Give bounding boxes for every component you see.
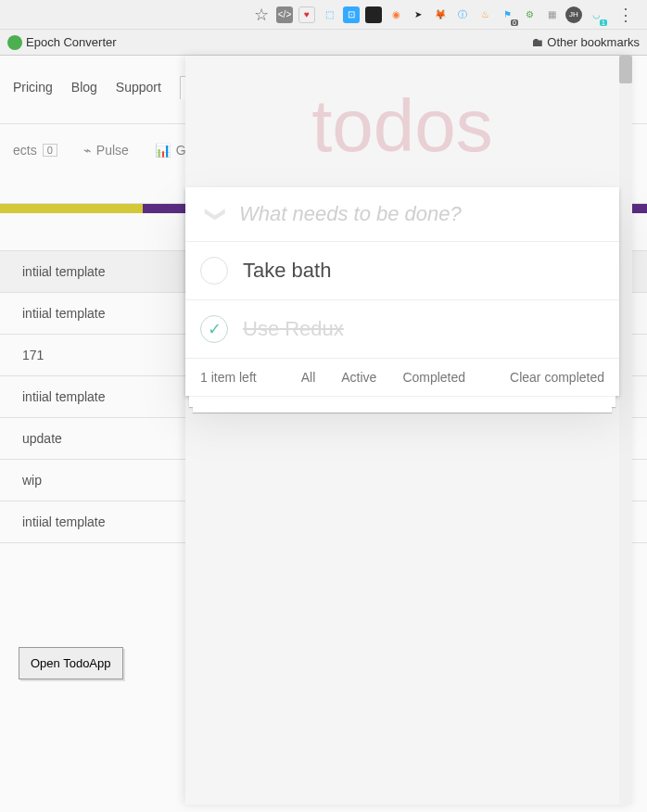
bookmark-item[interactable]: Epoch Converter <box>7 35 117 50</box>
ext-icon[interactable]: ♥ <box>298 6 315 23</box>
scrollbar[interactable] <box>619 56 632 805</box>
ext-icon[interactable]: ⚑0 <box>499 6 515 23</box>
ext-icon[interactable]: 🦊 <box>432 6 449 23</box>
scroll-thumb[interactable] <box>619 56 632 83</box>
other-bookmarks-label: Other bookmarks <box>547 35 640 49</box>
ext-icon[interactable]: ⊡ <box>343 6 360 23</box>
ext-icon[interactable]: ◡1 <box>588 6 604 23</box>
check-icon: ✓ <box>208 319 222 339</box>
todo-item: Take bath <box>185 242 619 300</box>
todo-footer: 1 item left All Active Completed Clear c… <box>185 359 619 396</box>
open-todoapp-button[interactable]: Open TodoApp <box>19 647 123 679</box>
ext-icon[interactable]: ⬚ <box>321 6 337 23</box>
ext-icon[interactable]: ▦ <box>543 6 560 23</box>
browser-toolbar: ☆ </> ♥ ⬚ ⊡ ◉ ➤ 🦊 ⓘ ♨ ⚑0 ⚙ ▦ JH ◡1 ⋮ <box>0 0 647 30</box>
folder-icon: 🖿 <box>531 35 543 49</box>
ext-icon[interactable]: ➤ <box>410 6 426 23</box>
new-todo-input[interactable] <box>232 202 604 226</box>
pulse-icon: ⌁ <box>83 143 91 158</box>
graph-icon: 📊 <box>155 143 171 158</box>
nav-blog[interactable]: Blog <box>71 80 97 99</box>
browser-menu-icon[interactable]: ⋮ <box>612 5 640 25</box>
filter-active[interactable]: Active <box>336 368 382 387</box>
todo-panel: todos ❯ Take bath ✓ Use Redux 1 item lef… <box>185 56 632 805</box>
toggle-all-icon[interactable]: ❯ <box>204 198 228 230</box>
bookmark-label: Epoch Converter <box>26 35 117 49</box>
extension-icons: </> ♥ ⬚ ⊡ ◉ ➤ 🦊 ⓘ ♨ ⚑0 ⚙ ▦ JH ◡1 <box>276 6 604 23</box>
bookmark-star-icon[interactable]: ☆ <box>254 5 269 25</box>
nav-pricing[interactable]: Pricing <box>13 80 53 99</box>
ext-icon[interactable]: ⚙ <box>521 6 538 23</box>
ext-icon[interactable]: ⓘ <box>454 6 471 23</box>
todo-title: todos <box>185 56 619 187</box>
clear-completed-button[interactable]: Clear completed <box>510 370 604 385</box>
items-left-count: 1 item left <box>200 370 257 385</box>
todo-input-row: ❯ <box>185 187 619 242</box>
other-bookmarks[interactable]: 🖿 Other bookmarks <box>531 35 640 49</box>
bookmark-favicon <box>7 35 22 50</box>
filter-all[interactable]: All <box>296 368 322 387</box>
stat-pulse[interactable]: ⌁ Pulse <box>83 143 129 158</box>
todo-card: ❯ Take bath ✓ Use Redux 1 item left All … <box>185 187 619 396</box>
bookmarks-bar: Epoch Converter 🖿 Other bookmarks <box>0 30 647 56</box>
ext-icon[interactable]: ♨ <box>476 6 493 23</box>
ext-icon[interactable] <box>365 6 382 23</box>
card-shadow <box>189 396 615 407</box>
ext-icon[interactable]: </> <box>276 6 293 23</box>
todo-checkbox[interactable]: ✓ <box>200 315 228 343</box>
todo-item-label[interactable]: Take bath <box>243 259 331 283</box>
ext-icon[interactable]: ◉ <box>387 6 404 23</box>
filter-group: All Active Completed <box>257 368 510 387</box>
filter-completed[interactable]: Completed <box>397 368 471 387</box>
todo-app: todos ❯ Take bath ✓ Use Redux 1 item lef… <box>185 56 632 407</box>
ext-icon[interactable]: JH <box>565 6 582 23</box>
stat-projects[interactable]: ects 0 <box>13 143 57 158</box>
todo-checkbox[interactable] <box>200 257 228 285</box>
todo-item-label[interactable]: Use Redux <box>243 317 344 341</box>
nav-support[interactable]: Support <box>116 80 161 99</box>
todo-item: ✓ Use Redux <box>185 300 619 359</box>
